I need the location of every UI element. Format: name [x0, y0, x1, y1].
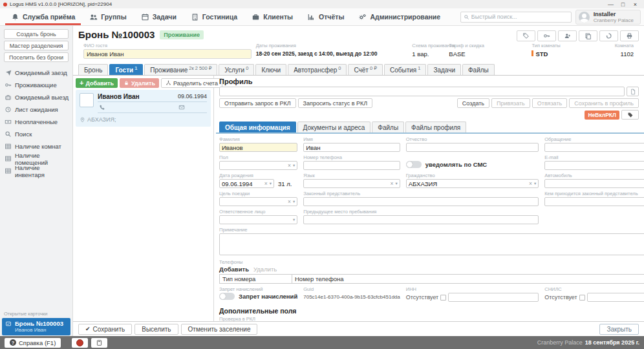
- clear-icon[interactable]: ×: [391, 180, 394, 187]
- clear-icon[interactable]: ×: [529, 180, 532, 187]
- menu-administration[interactable]: Администрирование: [351, 8, 447, 25]
- quick-search[interactable]: [460, 12, 572, 23]
- print-button[interactable]: [620, 30, 639, 41]
- dropdown-icon[interactable]: ▾: [534, 181, 536, 186]
- fiscal-button[interactable]: [72, 338, 88, 348]
- tab-documents-addresses[interactable]: Документы и адреса: [297, 122, 371, 132]
- add-guest-button[interactable]: +Добавить: [76, 78, 118, 88]
- unbind-profile-button[interactable]: Отвязать: [532, 98, 567, 108]
- phone-input[interactable]: [303, 161, 400, 170]
- legal-representative-relation-select[interactable]: ×▾: [544, 197, 644, 206]
- tab-profile-files[interactable]: Файлы профиля: [405, 122, 466, 132]
- sidebar-item-unpaid[interactable]: Неоплаченные: [0, 116, 72, 128]
- firstname-input[interactable]: [303, 143, 400, 152]
- dropdown-icon[interactable]: ▾: [395, 181, 397, 186]
- create-booking-button[interactable]: Создать бронь: [4, 29, 69, 39]
- delete-guest-button[interactable]: Удалить: [120, 78, 159, 88]
- window-close-button[interactable]: ×: [630, 1, 641, 8]
- tab-services[interactable]: Услуги0: [219, 64, 254, 75]
- gender-select[interactable]: ×▾: [219, 161, 297, 170]
- dropdown-icon[interactable]: ▾: [270, 181, 272, 186]
- menu-clients[interactable]: Клиенты: [244, 8, 300, 25]
- tab-files[interactable]: Файлы: [462, 64, 495, 75]
- menu-tasks[interactable]: Задачи: [134, 8, 184, 25]
- checkin-without-booking-button[interactable]: Поселить без брони: [4, 52, 69, 62]
- save-to-profile-button[interactable]: Сохранить в профиль: [569, 98, 639, 108]
- checkout-button[interactable]: Выселить: [134, 324, 178, 335]
- save-button[interactable]: ✔Сохранить: [78, 324, 132, 335]
- dropdown-icon[interactable]: ▾: [293, 217, 295, 222]
- send-rkl-request-button[interactable]: Отправить запрос в РКЛ: [219, 98, 296, 108]
- responsible-person-select[interactable]: ▾: [219, 215, 297, 224]
- tags-button[interactable]: [517, 30, 535, 41]
- inn-absent-checkbox[interactable]: [440, 295, 446, 301]
- split-wizard-button[interactable]: Мастер разделения: [4, 41, 69, 50]
- history-button[interactable]: [599, 30, 618, 41]
- phone-add-link[interactable]: Добавить: [219, 266, 249, 273]
- language-select[interactable]: ×▾: [303, 179, 400, 188]
- clear-icon[interactable]: ×: [288, 198, 291, 205]
- previous-place-input[interactable]: [303, 215, 539, 224]
- phones-table[interactable]: Тип номера Номер телефона: [219, 274, 644, 284]
- dropdown-icon[interactable]: ▾: [293, 199, 295, 204]
- sidebar-item-space-availability[interactable]: Наличие помещений: [0, 153, 72, 165]
- tab-bill[interactable]: Счёт0 ₽: [348, 64, 383, 75]
- menu-reports[interactable]: Отчёты: [300, 8, 351, 25]
- tab-transfer[interactable]: Автотрансфер0: [288, 64, 347, 75]
- clear-icon[interactable]: ×: [288, 162, 291, 169]
- snils-absent-checkbox[interactable]: [579, 295, 585, 301]
- close-button[interactable]: Закрыть: [599, 324, 639, 335]
- profile-search-input[interactable]: [219, 87, 625, 96]
- trip-purpose-select[interactable]: ×▾: [219, 197, 297, 206]
- guest-photo-placeholder[interactable]: [80, 93, 94, 107]
- tab-guests[interactable]: Гости1: [109, 64, 143, 75]
- car-input[interactable]: [544, 179, 644, 188]
- keys-button[interactable]: [537, 30, 556, 41]
- profile-tags-button[interactable]: [621, 110, 639, 120]
- salutation-input[interactable]: [544, 143, 644, 152]
- tab-events[interactable]: События1: [384, 64, 426, 75]
- phone-remove-link[interactable]: Удалить: [253, 266, 277, 273]
- tab-files[interactable]: Файлы: [372, 122, 404, 132]
- snils-input[interactable]: [587, 293, 644, 302]
- sidebar-item-waiting-list[interactable]: Лист ожидания: [0, 103, 72, 116]
- sidebar-item-expected-arrival[interactable]: Ожидаемый заезд: [0, 67, 72, 79]
- sidebar-item-inventory-availability[interactable]: Наличие инвентаря: [0, 165, 72, 177]
- guest-card[interactable]: Иванов Иван 09.06.1994 АБХАЗИЯ: [76, 90, 211, 127]
- middlename-input[interactable]: [406, 143, 539, 152]
- menu-hotel[interactable]: Гостиница: [184, 8, 244, 25]
- split-bills-button[interactable]: Разделить счета: [161, 78, 222, 88]
- tab-stay[interactable]: Проживание2к 2 500 ₽: [144, 64, 217, 75]
- dropdown-icon[interactable]: ▾: [293, 163, 295, 168]
- bind-profile-button[interactable]: Привязать: [491, 98, 530, 108]
- sidebar-item-room-availability[interactable]: Наличие комнат: [0, 140, 72, 153]
- clear-icon[interactable]: ×: [264, 180, 268, 187]
- inn-input[interactable]: [448, 293, 539, 302]
- email-input[interactable]: [544, 161, 644, 170]
- user-menu[interactable]: Installer Cranberry Palace: [575, 10, 641, 25]
- create-profile-button[interactable]: Создать: [457, 98, 489, 108]
- search-input[interactable]: [471, 14, 568, 20]
- tab-general-info[interactable]: Общая информация: [219, 122, 296, 132]
- sidebar-item-inhouse-guests[interactable]: Проживающие: [0, 79, 72, 91]
- open-card-booking[interactable]: Бронь №100003 Иванов Иван: [2, 318, 70, 335]
- help-button[interactable]: ?Справка (F1): [5, 338, 61, 348]
- profile-document-button[interactable]: [627, 87, 639, 96]
- menu-groups[interactable]: Группы: [82, 8, 133, 25]
- lastname-input[interactable]: [219, 143, 297, 152]
- tab-keys[interactable]: Ключи: [255, 64, 286, 75]
- guest-fio-input[interactable]: [83, 49, 252, 59]
- tab-booking[interactable]: Бронь: [78, 64, 108, 75]
- note-textarea[interactable]: [219, 233, 644, 255]
- birthdate-select[interactable]: 09.06.1994×▾: [219, 179, 274, 188]
- sms-toggle[interactable]: [406, 161, 422, 168]
- sidebar-item-search[interactable]: Поиск: [0, 128, 72, 140]
- menu-front-desk[interactable]: Служба приёма: [4, 8, 82, 25]
- sidebar-item-expected-departure[interactable]: Ожидаемый выезд: [0, 91, 72, 103]
- cancel-checkin-button[interactable]: Отменить заселение: [181, 324, 258, 335]
- window-maximize-button[interactable]: □: [617, 1, 628, 8]
- window-minimize-button[interactable]: —: [605, 1, 616, 8]
- citizenship-select[interactable]: АБХАЗИЯ×▾: [406, 179, 539, 188]
- legal-representative-input[interactable]: [303, 197, 539, 206]
- copy-button[interactable]: [579, 30, 597, 41]
